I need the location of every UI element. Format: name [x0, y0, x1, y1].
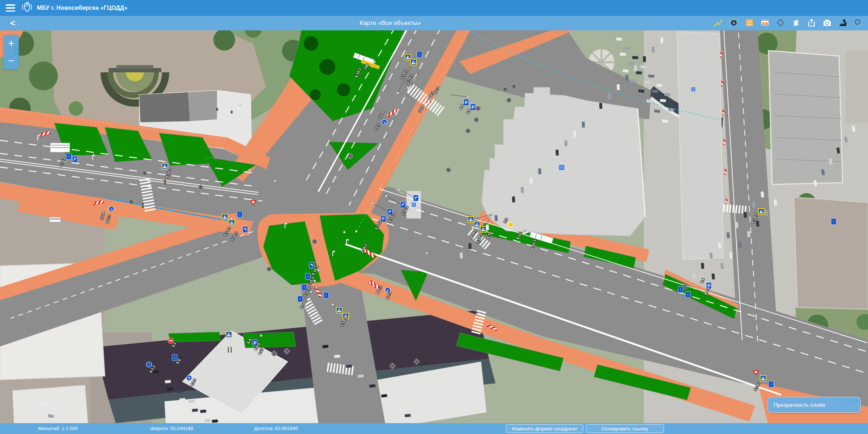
map-canvas[interactable]: ↑↑↱↑↰↱↱↱↱↰↑↑↑↑↑↑↑↑↓PPPP↘↘↙↰↑ 6.10.17405.… [0, 0, 868, 434]
ped-map-icon[interactable] [410, 59, 416, 65]
svg-text:↑: ↑ [770, 382, 772, 386]
map-objects-icon[interactable] [837, 17, 848, 28]
circle-map-icon[interactable]: ↑ [146, 362, 152, 367]
layer-transparency-button[interactable]: Прозрачность слоёв [767, 397, 861, 413]
zoom-out-button[interactable]: − [4, 52, 19, 69]
lane-map-icon[interactable]: ↑ [831, 218, 836, 225]
park-map-icon[interactable]: P [471, 104, 476, 110]
ped-map-icon[interactable] [405, 54, 411, 60]
status-bar: Масштаб: 1:1 000 Широта: 55,044168 Долго… [0, 423, 868, 434]
circle-map-icon[interactable]: ↰ [187, 375, 192, 381]
svg-text:↑: ↑ [299, 297, 301, 301]
residential-building [769, 51, 843, 184]
svg-text:↑: ↑ [303, 285, 305, 289]
dot-map-icon [343, 231, 345, 233]
lane-map-icon[interactable]: ↑ [678, 286, 683, 293]
circle-map-icon[interactable]: ↘ [382, 120, 387, 125]
svg-text:↑: ↑ [833, 219, 835, 224]
fence-map-icon [722, 109, 724, 115]
cadastre-tiles-icon[interactable] [744, 17, 755, 28]
lane-map-icon[interactable]: ↑ [305, 273, 310, 280]
svg-text:↑: ↑ [307, 274, 309, 278]
panorama-360-icon[interactable]: 360° [760, 17, 770, 28]
lane-map-icon[interactable]: ↰ [309, 262, 314, 268]
tlight-map-icon[interactable] [142, 203, 144, 208]
lane-map-icon[interactable]: ↑ [769, 381, 774, 387]
screenshot-camera-icon[interactable] [822, 17, 833, 28]
search-icon[interactable] [853, 17, 864, 28]
map-title: Карта «Все объекты» [359, 20, 421, 27]
lane-map-icon[interactable]: ↑ [66, 153, 71, 159]
lane-map-icon[interactable]: ↑ [237, 211, 242, 217]
toolbar-icons: S 360° [713, 17, 864, 28]
ped-map-icon[interactable] [760, 375, 766, 381]
locate-crosshair-icon[interactable] [775, 17, 786, 28]
long-building [677, 32, 723, 260]
svg-text:↓: ↓ [174, 355, 176, 359]
fence-map-icon [726, 198, 728, 204]
ped-map-icon[interactable] [468, 217, 474, 222]
lane-map-icon[interactable]: ↑ [324, 292, 329, 298]
dot-map-icon [260, 335, 262, 337]
svg-text:↱: ↱ [73, 157, 76, 161]
fence-map-icon [720, 51, 722, 58]
svg-text:↑: ↑ [418, 52, 421, 56]
share-icon[interactable] [806, 17, 817, 28]
dot-map-icon [332, 303, 334, 306]
gis-app: ↑↑↱↑↰↱↱↱↱↰↑↑↑↑↑↑↑↑↓PPPP↘↘↙↰↑ 6.10.17405.… [0, 0, 868, 434]
measure-area-icon[interactable]: S [728, 17, 739, 28]
dot-map-icon [248, 169, 251, 171]
copy-link-button[interactable]: Скопировать ссылку [586, 424, 664, 433]
svg-text:↘: ↘ [110, 207, 113, 211]
businfo-map-icon[interactable] [691, 87, 696, 92]
svg-text:S: S [733, 21, 735, 25]
menu-hamburger-icon[interactable] [6, 4, 15, 12]
board-map-icon[interactable] [50, 217, 60, 222]
lane-map-icon[interactable]: ↱ [72, 156, 77, 162]
dot-map-icon [355, 230, 357, 233]
lane-map-icon[interactable]: ↑ [685, 292, 690, 298]
lane-map-icon[interactable]: ↓ [172, 354, 177, 361]
svg-text:↱: ↱ [382, 217, 385, 221]
zoom-in-button[interactable]: + [4, 35, 19, 52]
svg-text:↱: ↱ [388, 209, 391, 214]
ped-map-icon[interactable] [229, 220, 235, 226]
dot-map-icon [399, 188, 401, 191]
svg-text:↑: ↑ [325, 293, 327, 297]
tlight-map-icon[interactable] [164, 180, 166, 185]
board-map-icon[interactable] [50, 143, 70, 152]
ped-map-icon[interactable] [474, 222, 480, 227]
svg-text:360°: 360° [763, 23, 767, 25]
novosibirsk-crest-logo [22, 1, 33, 15]
lane-map-icon[interactable]: ↰ [243, 226, 248, 233]
svg-text:↑: ↑ [687, 292, 689, 297]
businfo-map-icon[interactable] [412, 203, 416, 207]
ped-map-icon[interactable] [336, 307, 342, 313]
svg-text:↰: ↰ [243, 227, 247, 231]
fence-map-icon [724, 168, 727, 175]
circle-map-icon[interactable]: ↘ [109, 207, 114, 212]
ped-map-icon[interactable] [480, 226, 486, 232]
back-button[interactable]: < [7, 18, 18, 29]
svg-text:↑: ↑ [239, 212, 241, 216]
ped-map-icon[interactable] [162, 163, 168, 169]
ped-map-icon[interactable] [226, 332, 232, 337]
ped-map-icon[interactable] [222, 214, 228, 220]
lane-map-icon[interactable]: ↑ [298, 296, 303, 302]
change-coord-format-button[interactable]: Изменить формат координат [506, 424, 583, 433]
bld-map-icon[interactable] [559, 165, 565, 170]
ped-map-icon[interactable] [758, 209, 764, 214]
lane-map-icon[interactable]: ↱ [413, 195, 418, 201]
residential-building [794, 197, 868, 309]
lane-map-icon[interactable]: ↑ [417, 51, 422, 58]
map-toolbar: < Карта «Все объекты» S 360° [0, 16, 868, 30]
svg-text:P: P [465, 100, 468, 105]
fence-map-icon [721, 80, 723, 86]
layers-icon[interactable] [791, 17, 801, 28]
fence-map-icon [723, 139, 726, 145]
svg-text:↰: ↰ [188, 376, 191, 380]
dot-map-icon [397, 92, 399, 94]
park-map-icon[interactable]: P [464, 99, 469, 106]
measure-distance-icon[interactable] [713, 17, 724, 28]
dot-map-icon [371, 202, 374, 204]
